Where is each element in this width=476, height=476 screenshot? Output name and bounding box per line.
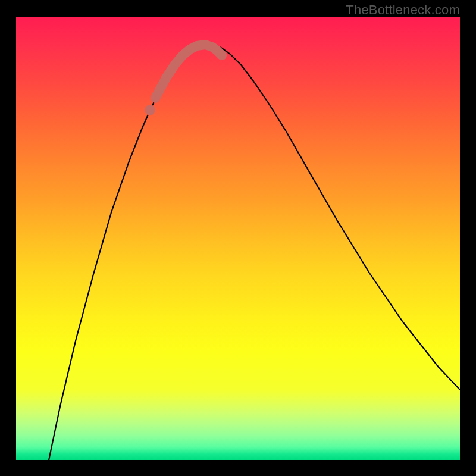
chart-svg <box>16 17 460 460</box>
bottleneck-curve <box>48 43 460 460</box>
marker-band <box>155 45 222 98</box>
watermark-text: TheBottleneck.com <box>346 2 460 18</box>
chart-frame <box>16 17 460 460</box>
marker-dot <box>145 105 155 115</box>
